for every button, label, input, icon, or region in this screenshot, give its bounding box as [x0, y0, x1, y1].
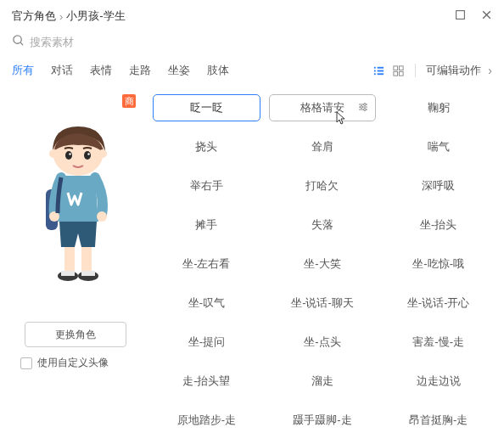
- svg-rect-8: [394, 65, 398, 70]
- action-item[interactable]: 摊手: [153, 211, 260, 239]
- svg-point-14: [49, 149, 58, 158]
- change-character-button[interactable]: 更换角色: [25, 322, 126, 347]
- action-item[interactable]: 坐-提问: [153, 329, 260, 356]
- action-grid: 眨一眨 格格请安 鞠躬 挠头 耸肩 喘气 举右手 打哈欠 深呼吸 摊手 失落 坐…: [153, 94, 492, 443]
- svg-point-21: [97, 211, 107, 222]
- svg-rect-0: [456, 11, 465, 20]
- grid-view-icon[interactable]: [392, 65, 405, 77]
- maximize-icon[interactable]: [455, 9, 466, 23]
- svg-point-15: [98, 149, 107, 158]
- svg-point-1: [14, 36, 21, 43]
- tab-sit[interactable]: 坐姿: [168, 58, 190, 83]
- action-item[interactable]: 坐-大笑: [269, 250, 377, 278]
- svg-rect-27: [81, 271, 95, 276]
- divider: [415, 64, 416, 77]
- svg-point-29: [361, 105, 363, 108]
- close-icon[interactable]: [481, 9, 492, 23]
- action-item[interactable]: 坐-抬头: [384, 211, 492, 239]
- svg-point-19: [87, 153, 89, 155]
- action-item[interactable]: 坐-叹气: [153, 289, 260, 317]
- tab-dialogue[interactable]: 对话: [51, 58, 73, 83]
- custom-avatar-checkbox[interactable]: [20, 357, 32, 369]
- action-item[interactable]: 坐-左右看: [153, 250, 260, 278]
- svg-rect-7: [378, 73, 384, 75]
- chevron-right-icon[interactable]: ›: [488, 64, 492, 77]
- svg-rect-5: [378, 70, 384, 71]
- action-item[interactable]: 深呼吸: [384, 172, 492, 200]
- svg-rect-10: [394, 71, 398, 76]
- action-item[interactable]: 耸肩: [269, 133, 377, 160]
- svg-rect-11: [400, 71, 404, 76]
- svg-point-30: [364, 108, 367, 110]
- action-item[interactable]: 坐-点头: [269, 329, 377, 356]
- list-view-icon[interactable]: [372, 65, 385, 77]
- action-item[interactable]: 坐-吃惊-哦: [384, 250, 492, 278]
- tab-all[interactable]: 所有: [12, 58, 34, 83]
- action-item[interactable]: 坐-说话-聊天: [269, 289, 377, 317]
- action-item[interactable]: 边走边说: [384, 368, 492, 395]
- svg-rect-23: [81, 247, 92, 273]
- search-input[interactable]: [30, 36, 492, 48]
- action-item[interactable]: 喘气: [384, 133, 492, 160]
- action-item[interactable]: 打哈欠: [269, 172, 377, 200]
- svg-point-17: [84, 151, 91, 160]
- action-item[interactable]: 挠头: [153, 133, 260, 160]
- svg-rect-22: [64, 247, 75, 273]
- svg-rect-2: [374, 66, 376, 68]
- breadcrumb[interactable]: 官方角色 › 小男孩-学生: [12, 8, 126, 24]
- action-item[interactable]: 眨一眨: [153, 94, 260, 121]
- action-item[interactable]: 原地踏步-走: [153, 407, 260, 434]
- svg-point-28: [364, 103, 367, 105]
- svg-point-18: [69, 153, 70, 155]
- action-item[interactable]: 害羞-慢-走: [384, 329, 492, 356]
- tab-body[interactable]: 肢体: [207, 58, 229, 83]
- svg-rect-9: [400, 65, 404, 70]
- editable-actions-label[interactable]: 可编辑动作: [426, 58, 481, 83]
- action-item[interactable]: 格格请安: [269, 94, 377, 121]
- action-item[interactable]: 失落: [269, 211, 377, 239]
- breadcrumb-root[interactable]: 官方角色: [12, 8, 56, 24]
- svg-rect-4: [374, 70, 376, 71]
- action-item[interactable]: 昂首挺胸-走: [384, 407, 492, 434]
- action-item[interactable]: 走-抬头望: [153, 368, 260, 395]
- character-preview: [29, 120, 122, 289]
- svg-point-16: [65, 151, 72, 160]
- tab-walk[interactable]: 走路: [129, 58, 151, 83]
- action-item[interactable]: 蹑手蹑脚-走: [269, 407, 377, 434]
- action-label: 格格请安: [300, 100, 344, 115]
- svg-rect-6: [374, 73, 376, 75]
- search-icon: [12, 34, 25, 49]
- action-item[interactable]: 坐-说话-开心: [384, 289, 492, 317]
- breadcrumb-current: 小男孩-学生: [66, 8, 125, 24]
- price-badge: 商: [122, 94, 136, 108]
- svg-rect-26: [61, 271, 75, 276]
- action-item[interactable]: 鞠躬: [384, 94, 492, 121]
- settings-icon[interactable]: [358, 102, 368, 115]
- breadcrumb-sep: ›: [59, 10, 63, 23]
- custom-avatar-label: 使用自定义头像: [37, 356, 109, 370]
- action-item[interactable]: 溜走: [269, 368, 377, 395]
- tab-expression[interactable]: 表情: [90, 58, 112, 83]
- action-item[interactable]: 举右手: [153, 172, 260, 200]
- svg-rect-3: [378, 66, 384, 68]
